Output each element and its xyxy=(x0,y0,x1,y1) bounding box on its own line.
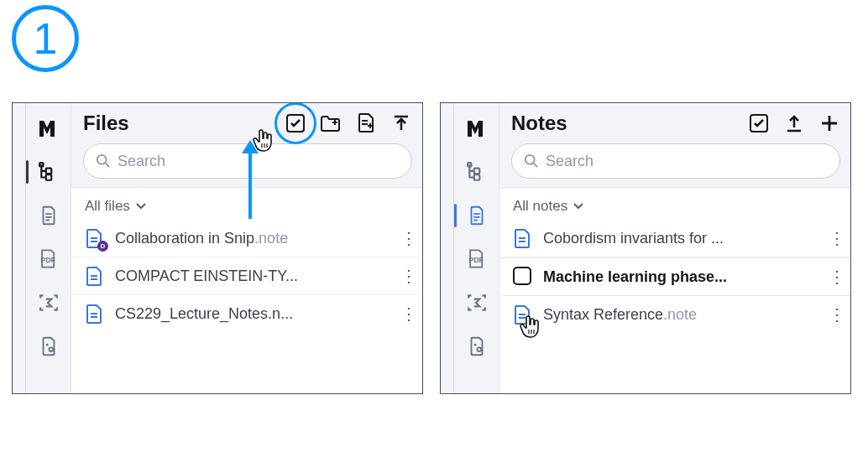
select-mode-button[interactable] xyxy=(285,112,306,134)
scan-sigma-icon[interactable] xyxy=(462,288,492,318)
notes-search-input[interactable] xyxy=(546,153,828,170)
svg-rect-7 xyxy=(473,169,479,174)
notes-title: Notes xyxy=(511,112,567,135)
note-file-icon xyxy=(513,228,533,248)
panels-container: PDF Files xyxy=(12,102,856,394)
document-icon[interactable] xyxy=(34,200,64,231)
notes-panel: PDF Notes xyxy=(440,102,851,394)
note-file-icon: D xyxy=(85,228,105,248)
image-file-icon[interactable] xyxy=(34,331,64,361)
note-label: Machine learning phase... xyxy=(543,268,818,286)
notes-search[interactable] xyxy=(511,143,840,179)
svg-point-11 xyxy=(473,344,476,346)
file-row[interactable]: D Collaboration in Snip.note ⋮ xyxy=(71,220,422,257)
svg-point-13 xyxy=(526,155,535,164)
files-filter-dropdown[interactable]: All files xyxy=(71,188,422,220)
note-row[interactable]: Cobordism invariants for ... ⋮ xyxy=(499,220,850,257)
svg-text:PDF: PDF xyxy=(468,256,484,264)
files-filter-label: All files xyxy=(85,198,130,215)
note-file-icon xyxy=(513,304,533,325)
note-label: Syntax Reference.note xyxy=(543,306,818,324)
file-menu-button[interactable]: ⋮ xyxy=(400,304,417,324)
svg-point-6 xyxy=(97,155,107,164)
svg-point-4 xyxy=(45,344,48,346)
note-label: Cobordism invariants for ... xyxy=(543,230,818,247)
select-checkbox-icon xyxy=(286,114,305,132)
files-title: Files xyxy=(83,112,129,135)
shared-badge: D xyxy=(97,241,108,252)
file-row[interactable]: COMPACT EINSTEIN-TY... ⋮ xyxy=(71,257,422,295)
checkbox-icon xyxy=(513,267,531,285)
add-button[interactable] xyxy=(818,112,840,134)
svg-rect-0 xyxy=(45,169,51,174)
file-label: CS229_Lecture_Notes.n... xyxy=(115,305,390,323)
notes-main: Notes xyxy=(499,103,850,393)
pdf-icon[interactable]: PDF xyxy=(34,244,64,274)
select-checkbox-icon xyxy=(750,114,768,132)
document-icon[interactable] xyxy=(462,200,492,231)
panel-left-gutter xyxy=(13,103,26,393)
svg-rect-8 xyxy=(473,174,479,180)
svg-point-12 xyxy=(477,347,481,351)
notes-filter-dropdown[interactable]: All notes xyxy=(499,188,850,220)
notes-header: Notes xyxy=(499,103,850,188)
select-checkbox[interactable] xyxy=(513,267,533,287)
files-panel: PDF Files xyxy=(12,102,423,394)
files-header: Files xyxy=(71,103,422,188)
notes-header-actions xyxy=(748,112,840,134)
files-main: Files xyxy=(71,103,422,393)
files-list: D Collaboration in Snip.note ⋮ COMPACT E… xyxy=(71,220,422,332)
tree-view-icon[interactable] xyxy=(34,157,64,187)
chevron-down-icon xyxy=(573,202,584,210)
upload-button[interactable] xyxy=(783,112,805,134)
new-file-button[interactable] xyxy=(355,112,377,134)
sidebar-iconbar: PDF xyxy=(454,103,499,393)
note-menu-button[interactable]: ⋮ xyxy=(829,267,845,287)
chevron-down-icon xyxy=(135,202,147,210)
scan-sigma-icon[interactable] xyxy=(34,288,64,318)
note-row[interactable]: Syntax Reference.note ⋮ xyxy=(499,296,850,333)
note-file-icon xyxy=(85,304,105,324)
file-label: Collaboration in Snip.note xyxy=(115,230,390,247)
search-icon xyxy=(524,153,539,169)
search-icon xyxy=(96,153,111,169)
upload-button[interactable] xyxy=(390,112,412,134)
note-file-icon xyxy=(85,266,105,286)
note-menu-button[interactable]: ⋮ xyxy=(829,304,845,325)
note-row[interactable]: Machine learning phase... ⋮ xyxy=(499,257,850,296)
select-mode-button[interactable] xyxy=(748,112,770,134)
note-menu-button[interactable]: ⋮ xyxy=(829,228,845,248)
svg-rect-1 xyxy=(45,174,51,180)
step-number: 1 xyxy=(34,13,58,64)
file-menu-button[interactable]: ⋮ xyxy=(400,266,417,286)
app-logo-icon[interactable] xyxy=(462,113,492,143)
panel-left-gutter xyxy=(441,103,454,393)
app-logo-icon[interactable] xyxy=(34,113,64,143)
svg-text:PDF: PDF xyxy=(40,256,55,264)
svg-point-5 xyxy=(49,347,53,351)
sidebar-iconbar: PDF xyxy=(26,103,71,393)
step-number-badge: 1 xyxy=(12,5,79,72)
files-search[interactable] xyxy=(83,143,412,179)
notes-filter-label: All notes xyxy=(513,198,567,215)
notes-header-top: Notes xyxy=(511,112,840,135)
new-folder-button[interactable] xyxy=(320,112,342,134)
notes-list: Cobordism invariants for ... ⋮ Machine l… xyxy=(499,220,850,333)
image-file-icon[interactable] xyxy=(462,331,492,361)
file-menu-button[interactable]: ⋮ xyxy=(400,228,417,248)
files-search-input[interactable] xyxy=(118,153,400,170)
files-header-actions xyxy=(285,112,412,134)
files-header-top: Files xyxy=(83,112,412,135)
pdf-icon[interactable]: PDF xyxy=(462,244,492,274)
file-label: COMPACT EINSTEIN-TY... xyxy=(115,268,390,285)
file-row[interactable]: CS229_Lecture_Notes.n... ⋮ xyxy=(71,295,422,332)
tree-view-icon[interactable] xyxy=(462,157,492,187)
